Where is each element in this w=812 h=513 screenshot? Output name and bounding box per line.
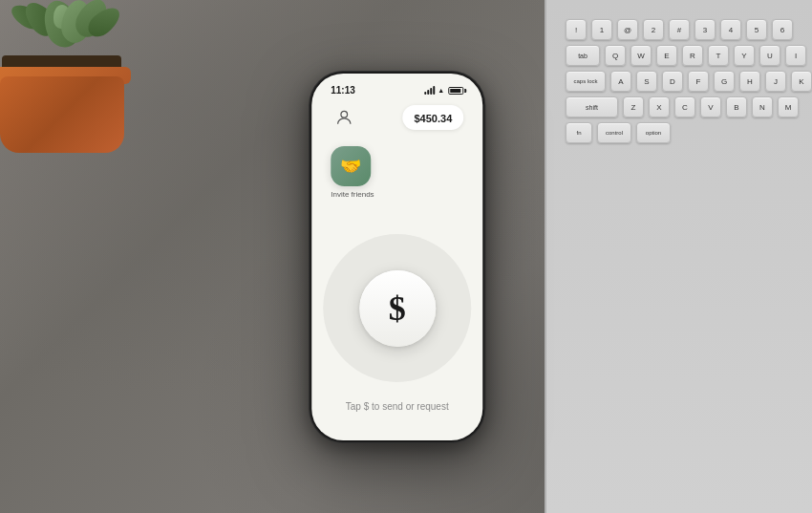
battery-icon (448, 87, 463, 95)
invite-section: 🤝 Invite friends (311, 139, 482, 206)
key-hash[interactable]: # (669, 19, 690, 40)
key-i[interactable]: I (785, 45, 806, 66)
tap-hint-text: Tap $ to send or request (346, 401, 449, 412)
profile-button[interactable] (331, 104, 357, 131)
key-r[interactable]: R (682, 45, 703, 66)
wifi-icon: ▲ (438, 87, 444, 94)
key-label: U (767, 52, 773, 60)
app-content: $450.34 🤝 Invite friends $ (311, 100, 482, 440)
key-label: 6 (780, 26, 784, 34)
balance-amount: $450.34 (414, 113, 452, 124)
phone-screen: 11:13 ▲ (311, 74, 482, 440)
key-5[interactable]: 4 (720, 19, 741, 40)
invite-friends-button[interactable]: 🤝 (331, 146, 371, 186)
battery-fill (450, 89, 460, 93)
key-label: control (606, 130, 623, 136)
key-c[interactable]: C (674, 96, 695, 118)
phone: 11:13 ▲ (309, 71, 485, 443)
svg-point-0 (341, 111, 348, 118)
key-y[interactable]: Y (734, 45, 755, 66)
key-u[interactable]: U (759, 45, 780, 66)
key-label: shift (586, 104, 598, 111)
key-b[interactable]: B (726, 96, 747, 118)
key-shift[interactable]: shift (566, 96, 618, 118)
key-label: fn (576, 130, 581, 136)
status-time: 11:13 (331, 85, 355, 96)
key-3[interactable]: 2 (643, 19, 664, 40)
signal-bar-3 (430, 88, 432, 95)
key-label: R (690, 52, 695, 60)
key-7[interactable]: 6 (772, 19, 793, 40)
key-row-zxc: shift Z X C V B N M (566, 96, 802, 118)
user-icon (334, 108, 353, 127)
key-j[interactable]: J (765, 71, 786, 92)
key-label: 4 (729, 26, 733, 34)
keyboard: ! 1 @ 2 # 3 4 5 6 tab Q W E R T Y U I ca… (566, 19, 802, 494)
key-tab[interactable]: tab (566, 45, 600, 66)
key-label: Z (631, 103, 636, 112)
key-f[interactable]: F (688, 71, 709, 92)
key-label: D (670, 77, 675, 86)
key-at[interactable]: @ (617, 19, 638, 40)
plant-decoration (0, 0, 162, 162)
key-x[interactable]: X (649, 96, 670, 118)
key-a[interactable]: A (610, 71, 631, 92)
signal-bar-1 (424, 92, 426, 95)
signal-bar-2 (427, 90, 429, 95)
dollar-send-button[interactable]: $ (359, 270, 436, 347)
key-fn[interactable]: fn (566, 122, 592, 143)
app-header: $450.34 (311, 100, 482, 139)
key-label: K (799, 77, 803, 86)
key-e[interactable]: E (656, 45, 677, 66)
key-label: I (795, 52, 797, 60)
key-4[interactable]: 3 (694, 19, 716, 40)
key-z[interactable]: Z (623, 96, 644, 118)
key-label: T (716, 52, 721, 60)
key-row-asdf: caps lock A S D F G H J K (566, 71, 802, 92)
key-2[interactable]: 1 (591, 19, 612, 40)
key-label: Q (612, 52, 618, 60)
key-label: S (644, 77, 649, 86)
key-1[interactable]: ! (566, 19, 587, 40)
key-label: B (734, 103, 738, 112)
key-t[interactable]: T (708, 45, 729, 66)
key-v[interactable]: V (700, 96, 721, 118)
key-label: @ (624, 26, 631, 34)
key-row-qwerty: tab Q W E R T Y U I (566, 45, 802, 66)
key-label: ! (575, 26, 577, 34)
status-icons: ▲ (424, 87, 463, 95)
key-w[interactable]: W (630, 45, 652, 66)
invite-icon: 🤝 (340, 156, 361, 177)
key-label: # (677, 26, 681, 34)
signal-bar-4 (433, 86, 435, 95)
key-label: X (656, 103, 661, 112)
phone-device: 11:13 ▲ (309, 71, 485, 443)
invite-label: Invite friends (331, 190, 374, 199)
key-label: V (708, 103, 713, 112)
key-row-modifiers: fn control option (566, 122, 802, 143)
key-n[interactable]: N (752, 96, 773, 118)
key-k[interactable]: K (791, 71, 812, 92)
balance-display: $450.34 (402, 105, 463, 130)
key-label: 1 (600, 26, 604, 34)
key-option[interactable]: option (636, 122, 671, 143)
key-label: C (682, 103, 688, 112)
key-d[interactable]: D (662, 71, 683, 92)
key-label: N (759, 103, 765, 112)
key-label: G (721, 77, 727, 86)
dollar-area: $ Tap $ to send or request (311, 206, 482, 440)
key-q[interactable]: Q (605, 45, 626, 66)
key-h[interactable]: H (739, 71, 760, 92)
key-6[interactable]: 5 (746, 19, 767, 40)
key-label: 3 (703, 26, 707, 34)
key-label: M (785, 103, 792, 112)
key-control[interactable]: control (597, 122, 631, 143)
key-m[interactable]: M (778, 96, 799, 118)
pot-body (0, 76, 124, 153)
key-label: caps lock (573, 78, 597, 84)
key-caps-lock[interactable]: caps lock (566, 71, 606, 92)
key-label: F (696, 77, 701, 86)
status-bar: 11:13 ▲ (311, 74, 482, 100)
key-s[interactable]: S (636, 71, 657, 92)
key-g[interactable]: G (714, 71, 735, 92)
